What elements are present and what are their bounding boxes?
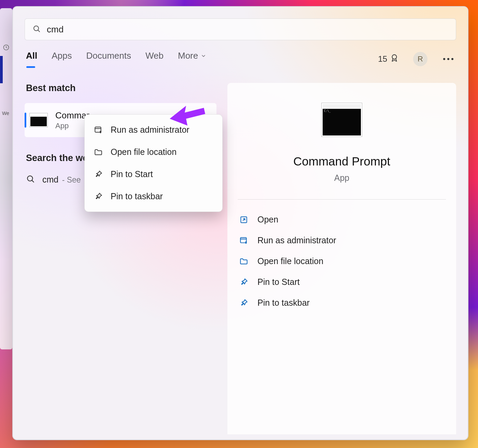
- svg-line-2: [38, 30, 40, 32]
- task-view-accent: [0, 56, 3, 83]
- action-label: Run as administrator: [257, 235, 336, 245]
- action-label: Pin to Start: [257, 277, 300, 287]
- task-view-strip: We: [0, 8, 12, 349]
- folder-icon: [239, 257, 249, 266]
- results-left-column: Best match Commar App Search the we: [25, 83, 216, 434]
- tab-more[interactable]: More: [178, 50, 206, 67]
- action-open-file-location[interactable]: Open file location: [238, 251, 446, 272]
- ctx-open-file-location[interactable]: Open file location: [87, 141, 220, 163]
- rewards-points: 15: [378, 54, 387, 64]
- search-icon: [32, 25, 41, 34]
- preview-pane: Command Prompt App Open: [227, 83, 456, 434]
- action-open[interactable]: Open: [238, 209, 446, 230]
- search-box[interactable]: [25, 18, 456, 40]
- pin-icon: [94, 170, 103, 179]
- action-run-as-administrator[interactable]: Run as administrator: [238, 230, 446, 251]
- medal-icon: [390, 54, 399, 64]
- filter-tab-bar: All Apps Documents Web More 15: [25, 50, 456, 67]
- open-icon: [239, 215, 249, 225]
- search-icon: [26, 174, 35, 185]
- windows-search-flyout: All Apps Documents Web More 15: [12, 6, 468, 440]
- rewards-indicator[interactable]: 15: [378, 54, 399, 64]
- search-input[interactable]: [47, 24, 448, 35]
- pin-icon: [94, 192, 103, 201]
- admin-window-icon: [94, 125, 103, 135]
- tab-more-label: More: [178, 50, 198, 61]
- action-label: Open: [257, 215, 278, 225]
- chevron-down-icon: [201, 50, 206, 61]
- best-match-heading: Best match: [26, 83, 216, 93]
- tab-all[interactable]: All: [26, 50, 37, 67]
- action-label: Pin to taskbar: [257, 298, 310, 308]
- divider: [238, 199, 446, 200]
- more-options-button[interactable]: [442, 58, 455, 60]
- pin-icon: [239, 298, 249, 308]
- action-pin-to-taskbar[interactable]: Pin to taskbar: [238, 292, 446, 313]
- admin-window-icon: [239, 236, 249, 245]
- action-label: Open file location: [257, 256, 323, 266]
- ctx-item-label: Open file location: [111, 147, 177, 157]
- tab-web[interactable]: Web: [145, 50, 164, 67]
- web-suggestion-hint: - See: [62, 175, 81, 184]
- ctx-pin-to-taskbar[interactable]: Pin to taskbar: [87, 185, 220, 207]
- context-menu: Run as administrator Open file location: [84, 114, 223, 212]
- action-pin-to-start[interactable]: Pin to Start: [238, 272, 446, 292]
- tab-documents[interactable]: Documents: [86, 50, 131, 67]
- svg-line-5: [32, 180, 34, 182]
- preview-action-list: Open Run as administrator: [238, 209, 446, 313]
- task-view-strip-label: We: [2, 111, 9, 116]
- selection-indicator: [25, 113, 26, 128]
- tab-apps[interactable]: Apps: [52, 50, 72, 67]
- ctx-item-label: Pin to taskbar: [111, 191, 163, 201]
- command-prompt-icon: [29, 113, 48, 127]
- command-prompt-icon: [321, 103, 362, 137]
- clock-icon: [3, 44, 10, 52]
- user-avatar[interactable]: R: [413, 52, 427, 66]
- ctx-pin-to-start[interactable]: Pin to Start: [87, 163, 220, 185]
- avatar-initial: R: [418, 55, 423, 63]
- web-suggestion-query: cmd: [42, 175, 58, 184]
- desktop-background: We All Apps Documents Web More: [0, 0, 478, 448]
- preview-title: Command Prompt: [293, 155, 390, 168]
- ctx-item-label: Pin to Start: [111, 169, 153, 179]
- folder-icon: [94, 147, 103, 157]
- preview-subtitle: App: [334, 173, 349, 183]
- ctx-item-label: Run as administrator: [111, 125, 189, 135]
- ctx-run-as-administrator[interactable]: Run as administrator: [87, 119, 220, 141]
- pin-icon: [239, 277, 249, 287]
